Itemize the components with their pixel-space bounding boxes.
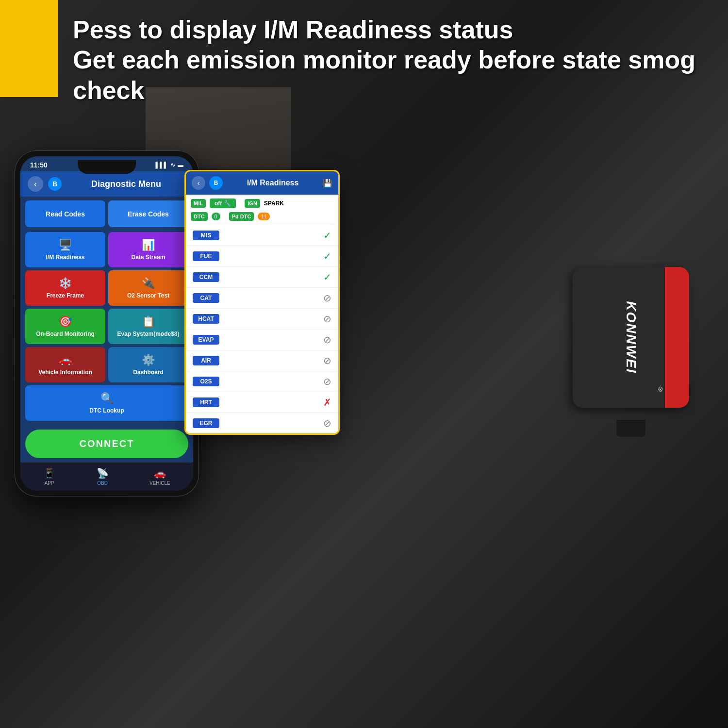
onboard-monitoring-button[interactable]: 🎯 On-Board Monitoring <box>25 309 105 344</box>
evap-system-button[interactable]: 📋 Evap System(mode$8) <box>108 309 188 344</box>
battery-icon: ▬ <box>178 162 183 168</box>
app-label: APP <box>45 480 54 486</box>
phone-container: 11:50 ▌▌▌ ∿ ▬ ‹ B Diagnostic Menu Read C… <box>15 150 199 496</box>
header-line2: Get each emission monitor ready before s… <box>73 45 728 105</box>
read-codes-label: Read Codes <box>46 210 85 218</box>
device-trademark: ® <box>658 386 662 393</box>
readiness-bt-icon: B <box>209 176 223 190</box>
im-readiness-label: I/M Readiness <box>46 254 84 261</box>
evap-icon: 📋 <box>142 315 155 328</box>
device-connector <box>616 420 645 437</box>
pd-dtc-label: Pd DTC <box>229 212 254 221</box>
im-readiness-icon: 🖥️ <box>59 239 72 251</box>
dtc-lookup-icon: 🔍 <box>100 392 114 405</box>
row-hcat-label: HCAT <box>193 314 219 324</box>
nav-obd[interactable]: 📡 OBD <box>97 467 109 486</box>
yellow-accent <box>0 0 58 97</box>
bottom-nav: 📱 APP 📡 OBD 🚗 VEHICLE <box>20 462 193 491</box>
dtc-lookup-label: DTC Lookup <box>89 407 124 414</box>
mil-value: off 🔧 <box>210 199 236 208</box>
table-row: MIS ✓ <box>186 225 338 246</box>
data-stream-button[interactable]: 📊 Data Stream <box>108 232 188 267</box>
readiness-rows: MIS ✓ FUE ✓ CCM ✓ CAT ⊘ HCAT ⊘ EVAP ⊘ AI… <box>186 225 338 433</box>
signal-icon: ▌▌▌ <box>155 162 168 168</box>
erase-codes-button[interactable]: Erase Codes <box>108 200 188 227</box>
onboard-icon: 🎯 <box>59 315 72 328</box>
row-cat-status: ⊘ <box>323 292 331 304</box>
vehicle-icon: 🚗 <box>59 354 72 366</box>
konnwei-device: KONNWEI ® <box>563 267 699 422</box>
status-row-2: DTC 0 Pd DTC 11 <box>186 212 338 225</box>
vehicle-label: VEHICLE <box>149 480 170 486</box>
freeze-frame-button[interactable]: ❄️ Freeze Frame <box>25 270 105 306</box>
nav-vehicle[interactable]: 🚗 VEHICLE <box>149 467 170 486</box>
row-o2s-status: ⊘ <box>323 376 331 387</box>
readiness-header: ‹ B I/M Readiness 💾 <box>186 171 338 195</box>
device-body: KONNWEI ® <box>573 267 689 408</box>
phone-screen: 11:50 ▌▌▌ ∿ ▬ ‹ B Diagnostic Menu Read C… <box>20 156 193 491</box>
row-evap-status: ⊘ <box>323 334 331 346</box>
data-stream-label: Data Stream <box>131 254 165 261</box>
read-codes-button[interactable]: Read Codes <box>25 200 105 227</box>
freeze-frame-icon: ❄️ <box>59 277 72 290</box>
onboard-label: On-Board Monitoring <box>36 331 95 337</box>
dashboard-button[interactable]: ⚙️ Dashboard <box>108 347 188 382</box>
table-row: HCAT ⊘ <box>186 309 338 330</box>
table-row: FUE ✓ <box>186 246 338 267</box>
device-brand-text: KONNWEI <box>623 301 639 373</box>
readiness-title: I/M Readiness <box>227 179 319 187</box>
table-row: EGR ⊘ <box>186 413 338 433</box>
im-readiness-button[interactable]: 🖥️ I/M Readiness <box>25 232 105 267</box>
app-icon: 📱 <box>43 467 55 479</box>
readiness-panel: ‹ B I/M Readiness 💾 MIL off 🔧 IGN SPARK … <box>184 170 340 435</box>
dashboard-icon: ⚙️ <box>142 354 155 366</box>
row-hcat-status: ⊘ <box>323 313 331 325</box>
row-air-status: ⊘ <box>323 355 331 366</box>
table-row: CCM ✓ <box>186 267 338 288</box>
vehicle-info-button[interactable]: 🚗 Vehicle Information <box>25 347 105 382</box>
save-icon[interactable]: 💾 <box>323 179 332 188</box>
row-fue-status: ✓ <box>323 250 331 262</box>
row-mis-status: ✓ <box>323 230 331 241</box>
o2-sensor-button[interactable]: 🔌 O2 Sensor Test <box>108 270 188 306</box>
erase-codes-label: Erase Codes <box>128 210 169 218</box>
back-button[interactable]: ‹ <box>28 176 43 192</box>
ign-label: IGN <box>245 199 260 208</box>
data-stream-icon: 📊 <box>142 239 155 251</box>
ign-value: SPARK <box>264 200 284 207</box>
dashboard-label: Dashboard <box>133 369 164 376</box>
o2-sensor-label: O2 Sensor Test <box>127 292 169 299</box>
table-row: EVAP ⊘ <box>186 330 338 350</box>
row-hrt-label: HRT <box>193 397 219 407</box>
wifi-icon: ∿ <box>170 162 175 168</box>
row-egr-status: ⊘ <box>323 417 331 429</box>
obd-label: OBD <box>97 480 108 486</box>
header-line1: Pess to display I/M Readiness status <box>73 15 728 45</box>
vehicle-nav-icon: 🚗 <box>154 467 166 479</box>
menu-grid: 🖥️ I/M Readiness 📊 Data Stream ❄️ Freeze… <box>20 227 193 426</box>
connect-label: CONNECT <box>80 438 134 449</box>
nav-app[interactable]: 📱 APP <box>43 467 55 486</box>
table-row: CAT ⊘ <box>186 288 338 309</box>
status-row-1: MIL off 🔧 IGN SPARK <box>186 195 338 212</box>
table-row: O2S ⊘ <box>186 371 338 392</box>
row-hrt-status: ✗ <box>323 397 331 408</box>
row-mis-label: MIS <box>193 231 219 240</box>
row-cat-label: CAT <box>193 293 219 303</box>
row-ccm-label: CCM <box>193 272 219 282</box>
row-evap-label: EVAP <box>193 335 219 345</box>
dtc-value: 0 <box>212 213 220 220</box>
row-o2s-label: O2S <box>193 377 219 386</box>
evap-label: Evap System(mode$8) <box>117 331 179 337</box>
freeze-frame-label: Freeze Frame <box>47 292 84 299</box>
table-row: HRT ✗ <box>186 392 338 413</box>
phone-frame: 11:50 ▌▌▌ ∿ ▬ ‹ B Diagnostic Menu Read C… <box>15 150 199 496</box>
mil-label: MIL <box>191 199 206 208</box>
device-red-strip <box>665 267 689 408</box>
dtc-lookup-button[interactable]: 🔍 DTC Lookup <box>25 385 188 421</box>
readiness-back-button[interactable]: ‹ <box>192 176 205 190</box>
connect-button[interactable]: CONNECT <box>25 430 188 458</box>
row-air-label: AIR <box>193 356 219 365</box>
obd-icon: 📡 <box>97 467 109 479</box>
header-section: Pess to display I/M Readiness status Get… <box>73 15 728 105</box>
